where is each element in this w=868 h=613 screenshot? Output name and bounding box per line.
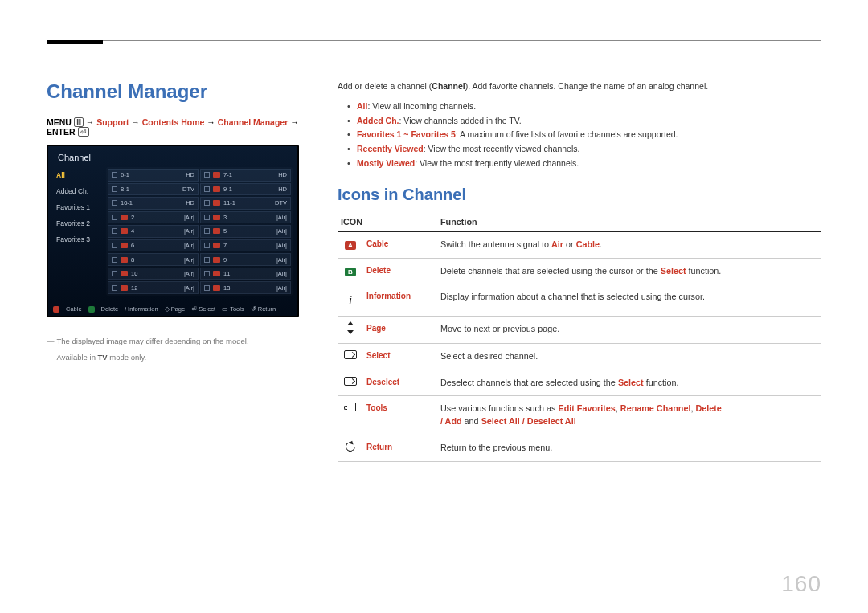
page-number: 160 — [781, 571, 821, 597]
footer-delete: Delete — [101, 305, 119, 313]
row-label: Page — [363, 317, 437, 344]
arrow: → — [290, 117, 299, 127]
icons-table: ICON Function A Cable Switch the antenna… — [338, 212, 821, 462]
tv-header: Channel — [53, 151, 293, 167]
th-function: Function — [437, 212, 821, 232]
arrow: → — [207, 117, 215, 127]
footer-select: ⏎ Select — [191, 305, 215, 313]
tv-side-fav1: Favorites 1 — [53, 199, 101, 215]
row-desc: Select a desired channel. — [437, 344, 821, 370]
tv-channel-cell: 4|Air| — [108, 225, 199, 238]
tv-channel-grid: 6-1HD7-1HD8-1DTV9-1HD10-1HD11-1DTV2|Air|… — [106, 167, 293, 296]
row-desc: Use various functions such as Edit Favor… — [437, 396, 821, 435]
footer-tools: ▭ Tools — [222, 305, 244, 313]
tv-channel-cell: 8-1DTV — [108, 183, 199, 196]
footer-page: ◇ Page — [165, 305, 186, 313]
bc-channel-manager: Channel Manager — [218, 117, 289, 127]
a-icon — [53, 306, 59, 313]
bc-contents-home: Contents Home — [142, 117, 205, 127]
breadcrumb: MENU Ⅲ → Support → Contents Home → Chann… — [47, 117, 304, 137]
tv-footer: Cable Delete i Information ◇ Page ⏎ Sele… — [53, 305, 293, 313]
a-button-icon: A — [338, 231, 363, 258]
arrow: → — [131, 117, 140, 127]
tv-channel-cell: 10|Air| — [108, 268, 199, 280]
table-row: Tools Use various functions such as Edit… — [338, 396, 821, 435]
table-row: A Cable Switch the antenna signal to Air… — [338, 231, 821, 258]
tools-icon — [338, 396, 363, 435]
tv-channel-cell: 9-1HD — [200, 183, 291, 196]
bullet-item: Added Ch.: View channels added in the TV… — [347, 114, 821, 129]
row-label: Select — [363, 344, 437, 370]
row-label: Tools — [363, 396, 437, 435]
page-title: Channel Manager — [47, 80, 304, 103]
row-label: Return — [363, 435, 437, 462]
select-icon — [338, 344, 363, 370]
footer-return: ↺ Return — [251, 305, 276, 313]
footnote-rule — [47, 329, 183, 329]
row-desc: Switch the antenna signal to Air or Cabl… — [437, 231, 821, 258]
footer-info: i Information — [125, 305, 158, 313]
bullet-item: Mostly Viewed: View the most frequently … — [347, 157, 821, 171]
top-rule — [47, 40, 821, 41]
footnote-1: ―The displayed image may differ dependin… — [47, 336, 304, 347]
table-row: Page Move to next or previous page. — [338, 317, 821, 344]
tv-screenshot: Channel All Added Ch. Favorites 1 Favori… — [47, 145, 299, 317]
tv-sidebar: All Added Ch. Favorites 1 Favorites 2 Fa… — [53, 167, 101, 296]
arrow: → — [86, 117, 95, 127]
table-row: Return Return to the previous menu. — [338, 435, 821, 462]
tv-channel-cell: 11-1DTV — [200, 197, 291, 210]
tv-side-added: Added Ch. — [53, 183, 101, 199]
bullet-list: All: View all incoming channels.Added Ch… — [347, 100, 821, 171]
bullet-item: Favorites 1 ~ Favorites 5: A maximum of … — [347, 128, 821, 142]
tv-channel-cell: 12|Air| — [108, 281, 199, 294]
b-icon — [88, 306, 95, 313]
row-label: Delete — [363, 258, 437, 284]
table-row: B Delete Delete channels that are select… — [338, 258, 821, 284]
row-desc: Move to next or previous page. — [437, 317, 821, 344]
tv-channel-cell: 9|Air| — [200, 253, 291, 266]
row-desc: Deselect channels that are selected usin… — [437, 370, 821, 396]
return-icon — [338, 435, 363, 462]
row-label: Deselect — [363, 370, 437, 396]
menu-icon: Ⅲ — [74, 117, 84, 127]
tv-channel-cell: 3|Air| — [200, 211, 291, 224]
row-desc: Return to the previous menu. — [437, 435, 821, 462]
th-icon: ICON — [338, 212, 437, 232]
tv-side-fav2: Favorites 2 — [53, 215, 101, 231]
footnote-2: ―Available in TV mode only. — [47, 352, 304, 363]
info-icon: i — [338, 284, 363, 317]
tv-channel-cell: 7|Air| — [200, 239, 291, 252]
enter-label: ENTER — [47, 127, 76, 137]
page-icon — [338, 317, 363, 344]
footer-cable: Cable — [66, 305, 82, 313]
subheading: Icons in Channel — [338, 186, 821, 204]
row-desc: Delete channels that are selected using … — [437, 258, 821, 284]
section-tab — [47, 40, 103, 44]
tv-side-fav3: Favorites 3 — [53, 231, 101, 247]
tv-channel-cell: 13|Air| — [200, 281, 291, 294]
table-header-row: ICON Function — [338, 212, 821, 232]
row-label: Information — [363, 284, 437, 317]
intro-text: Add or delete a channel (Channel). Add f… — [338, 80, 821, 93]
tv-channel-cell: 6-1HD — [108, 169, 199, 182]
enter-icon: ⏎ — [78, 127, 89, 137]
tv-channel-cell: 2|Air| — [108, 211, 199, 224]
deselect-icon — [338, 370, 363, 396]
menu-label: MENU — [47, 117, 72, 127]
tv-channel-cell: 7-1HD — [200, 169, 291, 182]
bullet-item: Recently Viewed: View the most recently … — [347, 142, 821, 157]
table-row: Deselect Deselect channels that are sele… — [338, 370, 821, 396]
tv-channel-cell: 6|Air| — [108, 239, 199, 252]
table-row: Select Select a desired channel. — [338, 344, 821, 370]
tv-channel-cell: 10-1HD — [108, 197, 199, 210]
tv-channel-cell: 8|Air| — [108, 253, 199, 266]
row-desc: Display information about a channel that… — [437, 284, 821, 317]
bullet-item: All: View all incoming channels. — [347, 100, 821, 114]
row-label: Cable — [363, 231, 437, 258]
tv-side-all: All — [53, 167, 101, 183]
table-row: i Information Display information about … — [338, 284, 821, 317]
tv-channel-cell: 5|Air| — [200, 225, 291, 238]
tv-channel-cell: 11|Air| — [200, 268, 291, 280]
bc-support: Support — [96, 117, 129, 127]
b-button-icon: B — [338, 258, 363, 284]
